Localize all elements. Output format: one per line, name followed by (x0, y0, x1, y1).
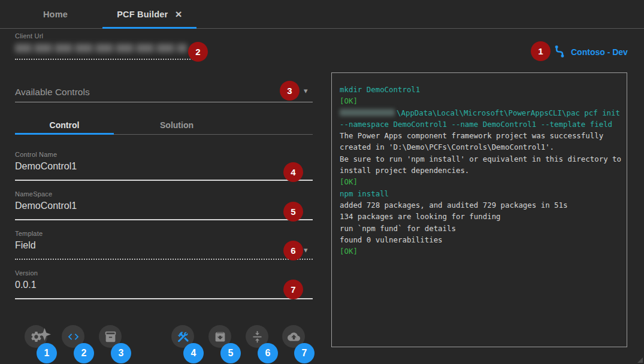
client-url-redacted-value (15, 44, 187, 53)
step-badge: 7 (294, 343, 315, 363)
terminal-line: npm install (340, 188, 623, 199)
sparkle-icon (38, 328, 51, 341)
active-tab-indicator (102, 27, 196, 29)
version-field[interactable]: Version 0.0.1 (15, 269, 313, 299)
vertical-align-center-icon (251, 330, 264, 343)
terminal-line: added 728 packages, and audited 729 pack… (340, 199, 623, 211)
annotation-badge-version: 7 (283, 280, 303, 299)
terminal-line: mkdir DemoControl1 (340, 84, 623, 95)
edit-code-button[interactable]: 2 (62, 325, 84, 348)
namespace-value: DemoControl1 (15, 201, 313, 211)
deploy-button[interactable]: 7 (282, 325, 305, 348)
annotation-badge-connection: 1 (531, 41, 551, 61)
control-name-value: DemoControl1 (15, 161, 313, 172)
pcf-builder-window: Home PCF Builder × 1 Contoso - Dev Clien… (0, 0, 644, 364)
build-tools-icon (177, 330, 189, 343)
resize-grip[interactable] (637, 357, 643, 363)
tab-pcf-builder[interactable]: PCF Builder × (102, 0, 196, 29)
control-name-field[interactable]: Control Name DemoControl1 (15, 151, 313, 181)
tab-control-label: Control (50, 120, 80, 130)
step-badge: 1 (37, 343, 57, 363)
terminal-line: run `npm fund` for details (340, 223, 623, 234)
terminal-line: 134 packages are looking for funding (340, 211, 623, 222)
terminal-line: --namespace DemoControl1 --name DemoCont… (340, 119, 623, 130)
terminal-line: install project dependencies. (340, 165, 623, 176)
version-increment-button[interactable]: 6 (246, 325, 268, 348)
template-dropdown[interactable]: Template Field (15, 230, 313, 260)
tab-solution-label: Solution (160, 120, 193, 130)
version-value: 0.0.1 (15, 280, 313, 290)
terminal-line: found 0 vulnerabilities (340, 234, 623, 245)
template-value: Field (15, 240, 313, 251)
annotation-badge-client-url: 2 (188, 42, 208, 62)
terminal-line: \AppData\Local\Microsoft\PowerAppsCLI\pa… (340, 107, 623, 119)
available-controls-dropdown[interactable]: Available Controls (15, 84, 313, 102)
step-badge: 5 (220, 343, 241, 363)
version-label: Version (15, 269, 313, 277)
client-url-label: Client Url (15, 32, 202, 40)
step-badge: 3 (111, 343, 131, 363)
terminal-line: [OK] (340, 176, 623, 187)
chevron-down-icon[interactable]: ▾ (304, 86, 308, 95)
control-name-label: Control Name (15, 151, 313, 158)
code-icon (67, 330, 80, 343)
tab-control[interactable]: Control (15, 116, 114, 135)
step-badge: 6 (258, 343, 278, 363)
tab-home[interactable]: Home (15, 0, 96, 29)
save-control-button[interactable]: 3 (99, 325, 122, 348)
namespace-label: NameSpace (15, 190, 313, 198)
archive-download-icon (214, 330, 226, 343)
tab-pcf-builder-label: PCF Builder (117, 10, 168, 19)
tab-bar: Home PCF Builder × (0, 0, 644, 29)
annotation-badge-control-name: 4 (283, 162, 303, 182)
namespace-field[interactable]: NameSpace DemoControl1 (15, 190, 313, 220)
step-badge: 2 (74, 343, 94, 363)
connection-icon (552, 44, 567, 59)
template-label: Template (15, 230, 313, 237)
test-harness-button[interactable]: 5 (208, 325, 231, 348)
chevron-down-icon[interactable]: ▾ (304, 245, 308, 254)
build-button[interactable]: 4 (171, 325, 194, 348)
settings-button[interactable]: 1 (25, 325, 47, 348)
tab-home-label: Home (43, 10, 68, 19)
terminal-line: The Power Apps component framework proje… (340, 130, 623, 141)
redacted-text (340, 109, 395, 116)
step-badge: 4 (183, 343, 204, 363)
connection-name-link[interactable]: Contoso - Dev (571, 47, 628, 57)
terminal-line: Be sure to run 'npm install' or equivale… (340, 153, 623, 165)
form-tab-strip: Control Solution (15, 116, 313, 135)
terminal-line: created in 'D:\Demo\PCFs\Controls\DemoCo… (340, 141, 623, 153)
close-tab-icon[interactable]: × (175, 8, 182, 20)
cloud-upload-icon (288, 330, 300, 343)
annotation-badge-available-controls: 3 (280, 81, 300, 101)
tab-solution[interactable]: Solution (114, 116, 240, 135)
inventory-box-icon (104, 330, 117, 343)
terminal-output[interactable]: mkdir DemoControl1[OK]\AppData\Local\Mic… (331, 72, 627, 347)
active-subtab-indicator (15, 133, 114, 135)
annotation-badge-namespace: 5 (283, 202, 303, 222)
terminal-line: [OK] (340, 245, 623, 257)
annotation-badge-template: 6 (283, 241, 303, 260)
available-controls-label: Available Controls (15, 84, 313, 98)
client-url-field: Client Url (15, 32, 202, 60)
terminal-line: [OK] (340, 95, 623, 107)
